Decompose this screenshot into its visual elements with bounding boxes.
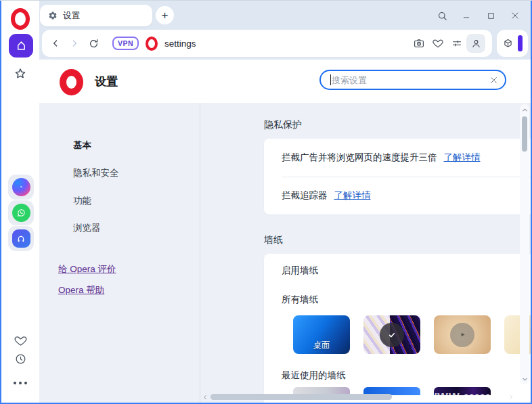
horizontal-scrollbar[interactable]	[200, 392, 516, 401]
headphones-icon	[12, 229, 30, 248]
privacy-section-heading: 隐私保护	[264, 119, 302, 131]
vpn-badge[interactable]: VPN	[112, 37, 139, 50]
settings-content: 隐私保护 拦截广告并将浏览网页的速度提升三倍 了解详情 拦截追踪器 了解详情 墙…	[200, 103, 531, 403]
search-icon	[437, 10, 448, 22]
wallpaper-card: 启用墙纸 所有墙纸 桌面	[264, 254, 531, 403]
adblock-row[interactable]: 拦截广告并将浏览网页的速度提升三倍 了解详情	[264, 139, 531, 177]
window-border	[0, 0, 532, 1]
wallpaper-thumb-selected[interactable]	[363, 315, 420, 354]
rate-opera-link[interactable]: 给 Opera 评价	[58, 263, 116, 275]
maximize-icon	[487, 12, 495, 20]
gear-icon	[48, 11, 58, 20]
camera-icon	[413, 37, 425, 49]
forward-button[interactable]	[65, 34, 84, 53]
extensions-pill	[497, 30, 528, 57]
back-button[interactable]	[46, 34, 65, 53]
tune-icon	[451, 37, 463, 49]
recent-wallpapers-label: 最近使用的墙纸	[282, 369, 346, 382]
sidebar-panel-toggle[interactable]	[518, 35, 523, 51]
wallpaper-thumb-desktop[interactable]: 桌面	[293, 315, 350, 354]
toolbar-search-button[interactable]	[433, 7, 451, 24]
tracker-block-label: 拦截追踪器	[282, 189, 328, 202]
settings-search-input[interactable]	[332, 75, 489, 85]
wallpaper-thumb-label: 桌面	[293, 340, 350, 351]
play-badge	[450, 323, 474, 347]
home-button[interactable]	[9, 34, 33, 58]
star-icon	[13, 66, 28, 81]
play-icon	[458, 330, 468, 340]
close-button[interactable]	[506, 7, 524, 24]
text-caret	[330, 74, 331, 85]
heart-icon	[14, 334, 28, 348]
address-bar[interactable]: VPN settings	[42, 30, 492, 57]
page-title: 设置	[95, 74, 118, 89]
messenger-icon	[12, 178, 30, 196]
nav-item-basic[interactable]: 基本	[73, 139, 91, 152]
player-button[interactable]	[8, 226, 34, 251]
selected-check-badge	[380, 323, 404, 347]
address-bar-row: VPN settings	[39, 30, 531, 60]
nav-item-browser[interactable]: 浏览器	[73, 222, 101, 234]
scroll-left-arrow[interactable]	[200, 392, 210, 401]
reload-button[interactable]	[84, 34, 103, 53]
bookmark-page-button[interactable]	[428, 34, 447, 53]
page-tools-button[interactable]	[447, 34, 466, 53]
settings-page-header: 设置	[39, 60, 531, 103]
close-icon	[510, 11, 520, 20]
wallpaper-section-heading: 墙纸	[264, 234, 283, 246]
messenger-button[interactable]	[8, 175, 34, 200]
window-border	[0, 0, 1, 404]
site-opera-icon	[146, 37, 158, 51]
opera-help-link[interactable]: Opera 帮助	[58, 284, 104, 296]
tracker-learn-more-link[interactable]: 了解详情	[334, 189, 371, 202]
scroll-down-arrow[interactable]	[520, 374, 529, 384]
wallpaper-thumb-video[interactable]	[434, 315, 491, 354]
opera-logo[interactable]	[1, 9, 39, 28]
scroll-up-arrow[interactable]	[520, 104, 529, 115]
vertical-scroll-thumb[interactable]	[522, 116, 527, 152]
scroll-right-arrow[interactable]	[506, 392, 516, 401]
whatsapp-button[interactable]	[8, 200, 34, 225]
tracker-block-row[interactable]: 拦截追踪器 了解详情	[264, 177, 531, 215]
history-button[interactable]	[1, 351, 39, 366]
settings-search-box[interactable]	[319, 70, 506, 90]
vertical-scrollbar[interactable]	[520, 104, 529, 384]
nav-item-features[interactable]: 功能	[73, 195, 91, 207]
clear-search-icon[interactable]	[489, 76, 498, 85]
more-button[interactable]	[1, 378, 39, 388]
maximize-button[interactable]	[482, 7, 500, 24]
opera-settings-window: 设置 + VPN settings	[0, 0, 532, 404]
settings-nav: 基本 隐私和安全 功能 浏览器 给 Opera 评价 Opera 帮助	[39, 103, 200, 403]
home-icon	[15, 39, 28, 52]
opera-o-icon	[11, 8, 30, 30]
sidebar-rail	[1, 0, 39, 404]
minimize-icon	[462, 11, 471, 20]
cube-icon[interactable]	[502, 38, 514, 49]
all-wallpapers-label: 所有墙纸	[282, 294, 318, 306]
profile-button[interactable]	[466, 34, 485, 53]
horizontal-scroll-thumb[interactable]	[210, 394, 392, 400]
snapshot-button[interactable]	[409, 34, 428, 53]
new-tab-button[interactable]: +	[156, 6, 174, 24]
url-text[interactable]: settings	[164, 39, 409, 49]
person-icon	[470, 38, 482, 49]
adblock-label: 拦截广告并将浏览网页的速度提升三倍	[282, 152, 437, 164]
heart-icon	[432, 37, 444, 49]
nav-item-privacy[interactable]: 隐私和安全	[73, 167, 119, 179]
settings-page-body: 基本 隐私和安全 功能 浏览器 给 Opera 评价 Opera 帮助 隐私保护…	[39, 103, 531, 403]
tab-settings[interactable]: 设置	[40, 5, 152, 26]
opera-logo-large	[60, 69, 83, 95]
reload-icon	[88, 38, 99, 49]
easy-setup-button[interactable]	[1, 66, 39, 82]
enable-wallpaper-label: 启用墙纸	[282, 265, 318, 277]
ellipsis-icon	[14, 382, 27, 384]
favorites-button[interactable]	[1, 333, 39, 348]
back-icon	[50, 38, 61, 49]
settings-page: 设置 基本 隐私和安全 功能 浏览器 给 Opera 评价 Opera 帮助 隐…	[39, 60, 531, 403]
forward-icon	[69, 38, 80, 49]
check-icon	[386, 329, 398, 341]
minimize-button[interactable]	[458, 7, 475, 24]
tab-title: 设置	[63, 10, 80, 22]
whatsapp-icon	[12, 204, 30, 222]
adblock-learn-more-link[interactable]: 了解详情	[444, 152, 481, 164]
